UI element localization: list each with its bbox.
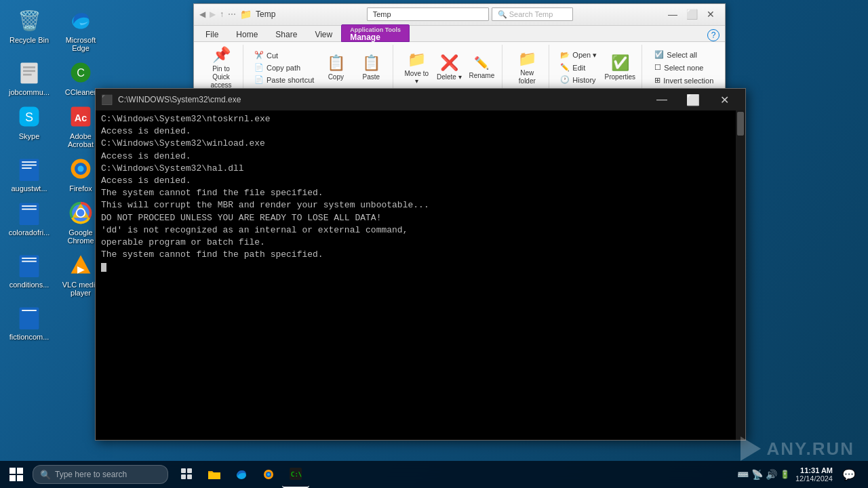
tab-file[interactable]: File xyxy=(197,27,227,41)
firefox-taskbar-button[interactable] xyxy=(255,461,282,488)
delete-icon: ❌ xyxy=(440,54,458,72)
ribbon-group-open: 📂 Open ▾ ✏️ Edit 🕐 History ✅ Properties xyxy=(552,45,642,91)
cmd-line-6: Access is denied. xyxy=(101,175,740,187)
edit-button[interactable]: ✏️ Edit xyxy=(557,62,599,73)
nav-dots[interactable]: ⋯ xyxy=(228,9,236,19)
cmd-line-9: DO NOT PROCEED UNLESS YOU ARE READY TO L… xyxy=(101,212,740,224)
svg-rect-35 xyxy=(181,468,186,473)
forward-icon[interactable]: ▶ xyxy=(210,9,216,19)
cut-button[interactable]: ✂️ Cut xyxy=(252,49,317,61)
copy-button[interactable]: 📋 Copy xyxy=(319,52,352,83)
taskbar-search[interactable]: 🔍 Type here to search xyxy=(33,465,168,484)
cmd-window: ⬛ C:\WINDOWS\System32\cmd.exe — ⬜ ✕ C:\W… xyxy=(95,88,746,441)
notification-button[interactable]: 💬 xyxy=(838,464,860,485)
ribbon-group-pin: 📌 Pin to Quickaccess xyxy=(199,45,243,91)
svg-rect-2 xyxy=(23,66,35,68)
svg-rect-13 xyxy=(22,165,37,166)
history-button[interactable]: 🕐 History xyxy=(557,74,599,85)
svg-text:▶: ▶ xyxy=(77,265,85,274)
tab-home[interactable]: Home xyxy=(227,27,267,41)
pin-to-quick-button[interactable]: 📌 Pin to Quickaccess xyxy=(205,44,237,92)
svg-rect-1 xyxy=(20,63,37,84)
new-folder-button[interactable]: 📁 Newfolder xyxy=(511,48,543,87)
select-all-button[interactable]: ☑️ Select all xyxy=(650,49,717,60)
cmd-taskbar-button[interactable]: C:\> xyxy=(282,461,309,488)
cmd-minimize-button[interactable]: — xyxy=(646,89,677,110)
cmd-scroll-thumb xyxy=(737,112,744,136)
svg-rect-31 xyxy=(9,468,16,474)
system-clock[interactable]: 11:31 AM 12/14/2024 xyxy=(795,466,833,483)
network-icon[interactable]: 📡 xyxy=(751,469,763,480)
rename-button[interactable]: ✏️ Rename xyxy=(467,54,496,81)
open-icon: 📂 xyxy=(560,51,570,60)
tab-view[interactable]: View xyxy=(306,27,341,41)
battery-icon[interactable]: 🔋 xyxy=(780,470,790,479)
keyboard-icon[interactable]: ⌨️ xyxy=(737,469,749,480)
manage-label: Manage xyxy=(350,33,401,41)
desktop-icon-jobcomm[interactable]: jobcommu... xyxy=(5,59,53,96)
desktop-icon-coloradofri[interactable]: coloradofri... xyxy=(5,199,53,245)
desktop-icon-conditions[interactable]: conditions... xyxy=(5,251,53,297)
volume-icon[interactable]: 🔊 xyxy=(766,469,777,480)
cmd-maximize-button[interactable]: ⬜ xyxy=(677,89,709,110)
properties-label: Properties xyxy=(605,73,636,81)
tab-share[interactable]: Share xyxy=(267,27,306,41)
svg-rect-12 xyxy=(22,161,37,163)
cmd-title: C:\WINDOWS\System32\cmd.exe xyxy=(118,95,241,104)
delete-button[interactable]: ❌ Delete ▾ xyxy=(434,52,464,83)
cmd-close-button[interactable]: ✕ xyxy=(709,89,740,110)
paste-label: Paste xyxy=(363,73,380,81)
desktop-icon-skype[interactable]: S Skype xyxy=(5,103,53,148)
svg-rect-34 xyxy=(17,475,23,481)
taskbar-pinned-icons: C:\> xyxy=(174,461,309,488)
svg-text:C:\>: C:\> xyxy=(291,471,302,478)
svg-rect-4 xyxy=(23,74,32,76)
cmd-line-5: C:\Windows\System32\hal.dll xyxy=(101,163,740,175)
paste-shortcut-button[interactable]: 📄 Paste shortcut xyxy=(252,74,317,85)
move-to-button[interactable]: 📁 Move to ▾ xyxy=(401,49,431,87)
new-folder-label: Newfolder xyxy=(519,69,536,85)
desktop-icon-recycle-bin[interactable]: 🗑️ Recycle Bin xyxy=(5,7,53,52)
copy-path-button[interactable]: 📄 Copy path xyxy=(252,62,317,73)
cmd-app-icon: ⬛ xyxy=(101,94,113,105)
search-box[interactable]: 🔍 Search Temp xyxy=(492,7,573,21)
desktop-icon-fictioncom[interactable]: fictioncom... xyxy=(5,304,53,341)
minimize-button[interactable]: — xyxy=(664,7,682,22)
anyrun-watermark: ANY.RUN xyxy=(741,436,854,461)
cmd-line-1: C:\Windows\System32\ntoskrnl.exe xyxy=(101,113,740,125)
file-explorer-taskbar-button[interactable] xyxy=(201,461,228,488)
cmd-content-area[interactable]: C:\Windows\System32\ntoskrnl.exe Access … xyxy=(96,110,745,440)
pin-label: Pin to Quickaccess xyxy=(206,65,236,89)
history-label: History xyxy=(572,76,595,84)
paste-shortcut-icon: 📄 xyxy=(254,75,264,84)
properties-button[interactable]: ✅ Properties xyxy=(604,52,636,83)
cmd-line-3: C:\Windows\System32\winload.exe xyxy=(101,138,740,150)
select-none-button[interactable]: ☐ Select none xyxy=(650,62,717,73)
invert-selection-button[interactable]: ⊞ Invert selection xyxy=(650,75,717,86)
start-button[interactable] xyxy=(0,461,33,488)
address-bar[interactable]: Temp xyxy=(367,7,489,21)
svg-rect-36 xyxy=(187,468,192,473)
cmd-line-11: operable program or batch file. xyxy=(101,237,740,249)
svg-rect-32 xyxy=(17,468,23,474)
back-icon[interactable]: ◀ xyxy=(199,9,205,19)
svg-text:C: C xyxy=(77,66,85,79)
desktop-icon-edge[interactable]: Microsoft Edge xyxy=(57,7,104,52)
cut-icon: ✂️ xyxy=(254,51,264,60)
up-icon[interactable]: ↑ xyxy=(220,9,224,19)
copy-icon: 📋 xyxy=(327,54,345,72)
taskview-button[interactable] xyxy=(174,461,201,488)
svg-rect-25 xyxy=(22,258,37,259)
cmd-line-7: The system cannot find the file specifie… xyxy=(101,187,740,199)
close-button[interactable]: ✕ xyxy=(702,7,719,22)
help-button[interactable]: ? xyxy=(702,29,725,41)
tab-manage[interactable]: Application Tools Manage xyxy=(341,24,410,42)
open-button[interactable]: 📂 Open ▾ xyxy=(557,49,599,61)
edge-taskbar-button[interactable] xyxy=(228,461,255,488)
clock-date: 12/14/2024 xyxy=(795,474,833,483)
svg-rect-30 xyxy=(22,310,37,311)
desktop-icon-augustwt[interactable]: augustwt... xyxy=(5,155,53,192)
paste-button[interactable]: 📋 Paste xyxy=(355,52,387,83)
maximize-button[interactable]: ⬜ xyxy=(683,7,701,22)
cmd-scrollbar[interactable] xyxy=(736,110,745,440)
